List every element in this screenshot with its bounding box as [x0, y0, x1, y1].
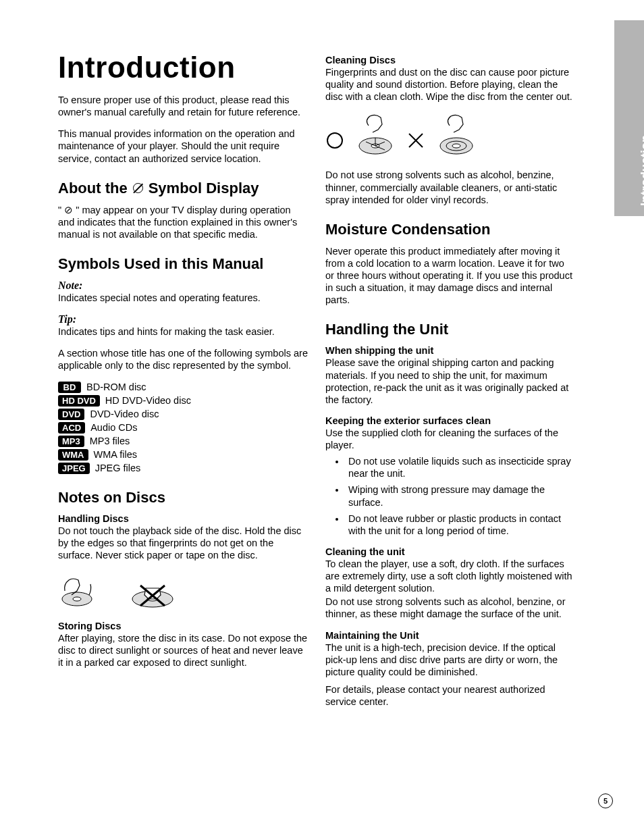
- maintaining-paragraph-2: For details, please contact your nearest…: [325, 683, 575, 708]
- about-symbol-paragraph: " ⊘ " may appear on your TV display duri…: [58, 204, 308, 240]
- exterior-paragraph: Use the supplied cloth for cleaning the …: [325, 427, 575, 451]
- right-column: Cleaning Discs Fingerprints and dust on …: [325, 51, 575, 717]
- badge-mp3: MP3: [58, 436, 84, 447]
- cleaning-discs-paragraph-1: Fingerprints and dust on the disc can ca…: [325, 66, 575, 103]
- svg-point-16: [452, 144, 460, 148]
- subheading-cleaning-discs: Cleaning Discs: [325, 55, 575, 66]
- subheading-maintaining: Maintaining the Unit: [325, 630, 575, 641]
- list-item: Do not use volatile liquids such as inse…: [346, 455, 575, 479]
- badge-row: ACDAudio CDs: [58, 422, 308, 434]
- moisture-paragraph: Never operate this product immediately a…: [325, 245, 575, 307]
- prohibit-icon: [133, 183, 143, 193]
- section-tab: Introduction: [614, 20, 644, 216]
- subheading-storing-discs: Storing Discs: [58, 621, 308, 631]
- subheading-cleaning-unit: Cleaning the unit: [325, 546, 575, 557]
- heading-handling-unit: Handling the Unit: [325, 321, 575, 338]
- left-column: Introduction To ensure proper use of thi…: [58, 51, 308, 717]
- wipe-radial-icon: [355, 112, 396, 159]
- list-item: Wiping with strong pressure may damage t…: [346, 484, 575, 508]
- badge-bd: BD: [58, 382, 81, 393]
- disc-cleaning-illustration: [325, 112, 575, 159]
- tip-label: Tip:: [58, 313, 308, 325]
- page-number: 5: [598, 793, 613, 808]
- wipe-circular-icon: [436, 112, 477, 159]
- storing-discs-paragraph: After playing, store the disc in its cas…: [58, 632, 308, 669]
- shipping-paragraph: Please save the original shipping carton…: [325, 357, 575, 406]
- badge-wma: WMA: [58, 449, 88, 461]
- symbols-intro-paragraph: A section whose title has one of the fol…: [58, 347, 308, 371]
- disc-handling-illustration: [58, 571, 308, 611]
- badge-row: MP3MP3 files: [58, 436, 308, 447]
- heading-notes-on-discs: Notes on Discs: [58, 489, 308, 506]
- badge-acd: ACD: [58, 422, 85, 434]
- badge-row: WMAWMA files: [58, 449, 308, 461]
- heading-symbols-used: Symbols Used in this Manual: [58, 255, 308, 273]
- svg-point-1: [73, 597, 81, 601]
- badge-row: BDBD-ROM disc: [58, 382, 308, 393]
- badge-row: DVDDVD-Video disc: [58, 409, 308, 420]
- tab-label: Introduction: [639, 135, 644, 206]
- note-paragraph: Indicates special notes and operating fe…: [58, 292, 308, 304]
- correct-mark-icon: [325, 112, 344, 159]
- hold-disc-correct-icon: [58, 571, 99, 611]
- maintaining-paragraph-1: The unit is a high-tech, precision devic…: [325, 642, 575, 678]
- cleaning-unit-paragraph-2: Do not use strong solvents such as alcoh…: [325, 596, 575, 620]
- touch-disc-wrong-icon: [126, 571, 180, 611]
- intro-paragraph-1: To ensure proper use of this product, pl…: [58, 94, 308, 118]
- cleaning-discs-paragraph-2: Do not use strong solvents such as alcoh…: [325, 169, 575, 205]
- note-label: Note:: [58, 280, 308, 292]
- subheading-shipping: When shipping the unit: [325, 345, 575, 356]
- symbol-badge-list: BDBD-ROM disc HD DVDHD DVD-Video disc DV…: [58, 382, 308, 474]
- intro-paragraph-2: This manual provides information on the …: [58, 128, 308, 164]
- tip-paragraph: Indicates tips and hints for making the …: [58, 325, 308, 338]
- subheading-exterior: Keeping the exterior surfaces clean: [325, 415, 575, 426]
- badge-row: JPEGJPEG files: [58, 463, 308, 474]
- heading-moisture: Moisture Condensation: [325, 221, 575, 238]
- cleaning-unit-paragraph-1: To clean the player, use a soft, dry clo…: [325, 558, 575, 594]
- badge-hddvd: HD DVD: [58, 395, 100, 407]
- list-item: Do not leave rubber or plastic products …: [346, 513, 575, 537]
- wrong-mark-icon: [406, 112, 425, 159]
- handling-discs-paragraph: Do not touch the playback side of the di…: [58, 525, 308, 561]
- page-title: Introduction: [58, 51, 308, 84]
- subheading-handling-discs: Handling Discs: [58, 513, 308, 524]
- exterior-bullet-list: Do not use volatile liquids such as inse…: [325, 455, 575, 537]
- heading-about-symbol: About the Symbol Display: [58, 180, 308, 197]
- badge-jpeg: JPEG: [58, 463, 90, 474]
- svg-point-6: [327, 133, 342, 148]
- badge-row: HD DVDHD DVD-Video disc: [58, 395, 308, 407]
- badge-dvd: DVD: [58, 409, 84, 420]
